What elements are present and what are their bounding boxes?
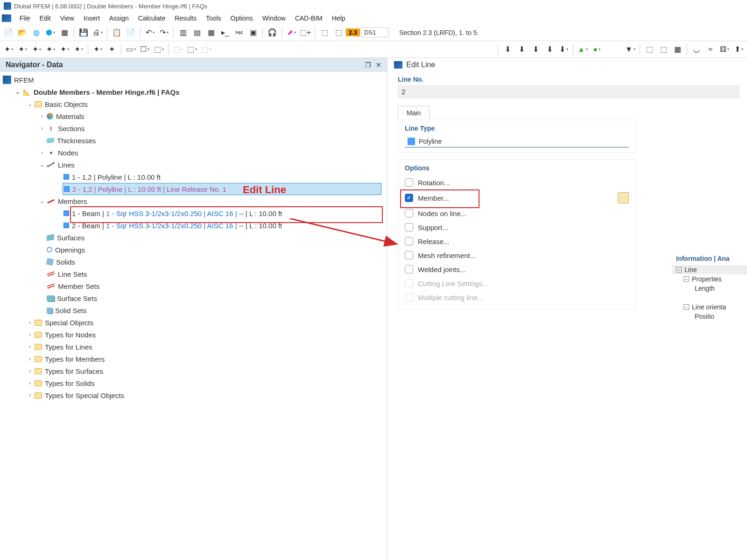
script-icon[interactable]: >sc [233, 26, 246, 39]
new-icon[interactable]: 📄 [2, 26, 15, 39]
tree-solid-sets[interactable]: ›Solid Sets [0, 304, 387, 316]
menu-view[interactable]: View [56, 13, 79, 23]
solid-tool-icon[interactable]: ✦ [105, 43, 118, 56]
restore-icon[interactable]: ❐ [365, 61, 371, 69]
tree-surface-sets[interactable]: ›Surface Sets [0, 292, 387, 304]
tree-materials[interactable]: ›Materials [0, 110, 387, 122]
checkbox-icon[interactable] [405, 178, 413, 187]
option-welded-joints[interactable]: Welded joints... [405, 262, 629, 276]
tree-surfaces[interactable]: ›Surfaces [0, 231, 387, 244]
redo-icon[interactable]: ↷ [157, 26, 170, 39]
tree-sections[interactable]: ›ISections [0, 122, 387, 134]
menu-cad-bim[interactable]: CAD-BIM [290, 13, 327, 23]
tree-types-solids[interactable]: ›Types for Solids [0, 377, 387, 389]
save-icon[interactable]: 💾 [77, 26, 90, 39]
tree-types-surfaces[interactable]: ›Types for Surfaces [0, 365, 387, 377]
tree-members[interactable]: ⌄Members [0, 195, 387, 207]
open-icon[interactable]: 📂 [16, 26, 29, 39]
option-mesh-refinement[interactable]: Mesh refinement... [405, 248, 629, 262]
expander-icon[interactable]: › [26, 368, 34, 374]
rect-tool-icon[interactable]: ▭ [124, 43, 137, 56]
expander-icon[interactable]: › [26, 380, 34, 386]
layer2-icon[interactable]: ⬚ [332, 26, 345, 39]
checkbox-icon[interactable] [405, 223, 413, 231]
menu-assign[interactable]: Assign [105, 13, 134, 23]
polyline-tool-icon[interactable]: ✦ [44, 43, 57, 56]
support-tool-icon[interactable]: ▲ [576, 43, 589, 56]
render2-icon[interactable]: ≈ [704, 43, 717, 56]
expander-icon[interactable]: › [26, 331, 34, 338]
panel-icon[interactable]: ▣ [247, 26, 260, 39]
tree-member-1[interactable]: 1 - Beam | 1 - Sqr HSS 3-1/2x3-1/2x0.250… [0, 207, 387, 219]
expander-icon[interactable]: ⌄ [14, 89, 21, 95]
menu-insert[interactable]: Insert [79, 13, 105, 23]
render1-icon[interactable]: ◡ [690, 43, 703, 56]
tree-types-special[interactable]: ›Types for Special Objects [0, 389, 387, 401]
tree-nodes[interactable]: ›Nodes [0, 147, 387, 159]
tree-member-2[interactable]: 2 - Beam | 1 - Sqr HSS 3-1/2x3-1/2x0.250… [0, 219, 387, 231]
expander-icon[interactable]: › [26, 319, 34, 326]
expander-icon[interactable]: › [38, 149, 46, 156]
tree-solids[interactable]: ›Solids [0, 256, 387, 268]
expander-icon[interactable]: › [38, 125, 46, 132]
option-member[interactable]: ✓Member... [405, 189, 629, 206]
tree-special-objects[interactable]: ›Special Objects [0, 316, 387, 329]
set-tool-icon[interactable]: ⬚ [171, 43, 184, 56]
surface-tool-icon[interactable]: ✦ [72, 43, 85, 56]
checkbox-checked-icon[interactable]: ✓ [405, 194, 413, 202]
checkbox-icon[interactable] [405, 251, 413, 259]
menu-edit[interactable]: Edit [35, 13, 56, 23]
extrude-tool-icon[interactable]: ⬚ [152, 43, 165, 56]
navigator-tree[interactable]: RFEM ⌄📐Double Members - Member Hinge.rf6… [0, 72, 387, 560]
tree-line-sets[interactable]: ›Line Sets [0, 268, 387, 280]
menu-help[interactable]: Help [327, 13, 350, 23]
doc2-icon[interactable]: 📄 [124, 26, 137, 39]
option-release[interactable]: Release... [405, 234, 629, 248]
menu-tools[interactable]: Tools [201, 13, 226, 23]
info-properties-row[interactable]: −Properties [672, 274, 747, 284]
load5-icon[interactable]: ⬇ [557, 43, 570, 56]
tree-root-rfem[interactable]: RFEM [0, 74, 387, 86]
load3-icon[interactable]: ⬇ [529, 43, 542, 56]
collapse-icon[interactable]: − [684, 276, 689, 282]
box-select-icon[interactable]: ⬚+ [299, 26, 312, 39]
console-icon[interactable]: ▸_ [218, 26, 232, 39]
node-tool-icon[interactable]: ✦ [2, 43, 15, 56]
select-tool-icon[interactable]: ⬈ [285, 26, 298, 39]
load4-icon[interactable]: ⬇ [543, 43, 556, 56]
design-code-field[interactable]: DS1 [361, 28, 389, 37]
menu-calculate[interactable]: Calculate [134, 13, 170, 23]
info-orientation-row[interactable]: −Line orienta [672, 302, 747, 312]
checkbox-icon[interactable] [405, 237, 413, 245]
support-icon[interactable]: 🎧 [266, 26, 279, 39]
expander-icon[interactable]: › [38, 113, 46, 119]
tree-types-members[interactable]: ›Types for Members [0, 353, 387, 365]
close-icon[interactable]: ✕ [376, 61, 381, 69]
box-tool-icon[interactable]: ☐ [138, 43, 151, 56]
line-no-input[interactable]: 2 [398, 85, 740, 98]
menu-results[interactable]: Results [170, 13, 201, 23]
view2-icon[interactable]: ⬚ [657, 43, 670, 56]
view1-icon[interactable]: ⬚ [643, 43, 656, 56]
line-type-select[interactable]: Polyline [405, 136, 629, 147]
tree-member-sets[interactable]: ›Member Sets [0, 280, 387, 292]
set3-tool-icon[interactable]: ⬚ [199, 43, 212, 56]
member-tool-icon[interactable]: ✦ [58, 43, 71, 56]
dice-icon[interactable]: ⚅ [718, 43, 731, 56]
checkbox-icon[interactable] [405, 209, 413, 217]
edit-member-icon[interactable] [618, 192, 629, 203]
layer1-icon[interactable]: ⬚ [318, 26, 331, 39]
tree-thicknesses[interactable]: ›Thicknesses [0, 134, 387, 147]
expander-icon[interactable]: ⌄ [38, 161, 46, 168]
tree-line-1[interactable]: 1 - 1,2 | Polyline | L : 10.00 ft [0, 171, 387, 183]
expander-icon[interactable]: ⌄ [38, 198, 46, 204]
tree-basic-objects[interactable]: ⌄Basic Objects [0, 98, 387, 110]
tree-openings[interactable]: ›Openings [0, 244, 387, 256]
hinge-tool-icon[interactable]: ● [590, 43, 603, 56]
line-tool-icon[interactable]: ✦ [16, 43, 29, 56]
opening-tool-icon[interactable]: ✦ [91, 43, 104, 56]
set2-tool-icon[interactable]: ⬚ [185, 43, 198, 56]
table2-icon[interactable]: ▤ [190, 26, 204, 39]
option-support[interactable]: Support... [405, 220, 629, 234]
undo-icon[interactable]: ↶ [143, 26, 156, 39]
